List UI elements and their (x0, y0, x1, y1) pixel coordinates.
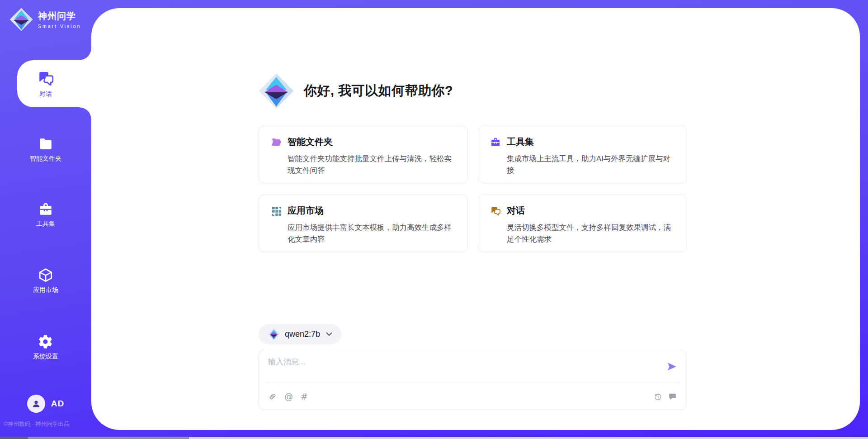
chat-icon (37, 70, 54, 87)
person-icon (31, 398, 42, 409)
brand-diamond-icon (268, 328, 280, 340)
greeting: 你好, 我可以如何帮助你? (258, 72, 453, 110)
card-description: 应用市场提供丰富长文本模板，助力高效生成多样化文章内容 (288, 221, 456, 245)
model-name: qwen2:7b (285, 329, 320, 339)
card-title: 应用市场 (288, 205, 324, 217)
sidebar-item-app-market[interactable]: 应用市场 (0, 262, 91, 299)
mention-icon: @ (284, 392, 293, 401)
card-chat[interactable]: 对话 灵活切换多模型文件，支持多样回复效果调试，满足个性化需求 (478, 195, 687, 252)
toolbox-icon (490, 137, 501, 148)
sidebar-item-label: 智能文件夹 (30, 155, 61, 163)
history-button[interactable] (654, 392, 662, 401)
chevron-down-icon (326, 332, 332, 336)
sidebar-item-smart-folder[interactable]: 智能文件夹 (0, 131, 91, 167)
sidebar-item-label: 工具集 (36, 220, 55, 228)
topic-button[interactable]: # (301, 392, 308, 401)
scrollbar-corner (0, 437, 28, 439)
composer-tools-left: @ # (268, 392, 308, 401)
horizontal-scrollbar (0, 437, 868, 439)
attach-file-button[interactable] (268, 392, 277, 401)
user-initials: AD (51, 399, 64, 409)
sidebar-item-settings[interactable]: 系统设置 (0, 329, 91, 365)
send-icon (666, 361, 677, 372)
message-icon (668, 392, 677, 401)
avatar (27, 395, 45, 413)
model-selector[interactable]: qwen2:7b (259, 324, 341, 344)
message-input[interactable] (268, 357, 652, 380)
sidebar-item-label: 对话 (39, 90, 52, 98)
sidebar-item-toolset[interactable]: 工具集 (0, 196, 91, 233)
brand-name: 神州问学 (38, 10, 81, 22)
card-smart-folder[interactable]: 智能文件夹 智能文件夹功能支持批量文件上传与清洗，轻松实现文件问答 (259, 126, 468, 183)
card-description: 灵活切换多模型文件，支持多样回复效果调试，满足个性化需求 (507, 221, 675, 245)
cube-icon (38, 267, 53, 283)
sidebar-item-label: 系统设置 (33, 353, 58, 361)
card-toolset[interactable]: 工具集 集成市场上主流工具，助力AI与外界无缝扩展与对接 (478, 126, 687, 183)
sidebar-item-label: 应用市场 (33, 286, 58, 294)
message-panel-button[interactable] (668, 392, 677, 401)
topic-icon: # (301, 392, 308, 401)
card-title: 工具集 (507, 136, 534, 148)
brand-diamond-icon (9, 7, 33, 32)
composer-toolbar: @ # (268, 383, 677, 410)
grid-icon (271, 205, 282, 216)
greeting-text: 你好, 我可以如何帮助你? (304, 82, 453, 100)
brand-diamond-icon (258, 72, 295, 110)
copyright-text: ©神州数码 · 神州问学出品 (4, 420, 90, 428)
open-folder-icon (271, 137, 282, 148)
mention-button[interactable]: @ (284, 392, 293, 401)
sidebar: 神州问学 Smart Vision 对话 智能文件夹 工具集 (0, 0, 91, 439)
send-button[interactable] (666, 361, 678, 373)
card-description: 集成市场上主流工具，助力AI与外界无缝扩展与对接 (507, 153, 675, 176)
card-description: 智能文件夹功能支持批量文件上传与清洗，轻松实现文件问答 (288, 153, 456, 176)
feature-cards: 智能文件夹 智能文件夹功能支持批量文件上传与清洗，轻松实现文件问答 工具集 集成… (259, 126, 687, 252)
chat-icon (490, 205, 501, 216)
toolbox-icon (38, 201, 53, 217)
sidebar-item-chat[interactable]: 对话 (0, 60, 91, 107)
brand-logo: 神州问学 Smart Vision (9, 7, 81, 32)
message-composer: @ # (259, 350, 686, 410)
card-app-market[interactable]: 应用市场 应用市场提供丰富长文本模板，助力高效生成多样化文章内容 (259, 195, 468, 252)
card-title: 智能文件夹 (288, 136, 333, 148)
scrollbar-thumb[interactable] (28, 437, 189, 439)
composer-tools-right (654, 392, 677, 401)
folder-icon (38, 136, 53, 152)
card-title: 对话 (507, 205, 525, 217)
brand-subtitle: Smart Vision (38, 24, 81, 29)
user-profile[interactable]: AD (0, 393, 91, 415)
paperclip-icon (268, 392, 277, 401)
gear-icon (38, 334, 53, 349)
history-icon (654, 392, 662, 401)
